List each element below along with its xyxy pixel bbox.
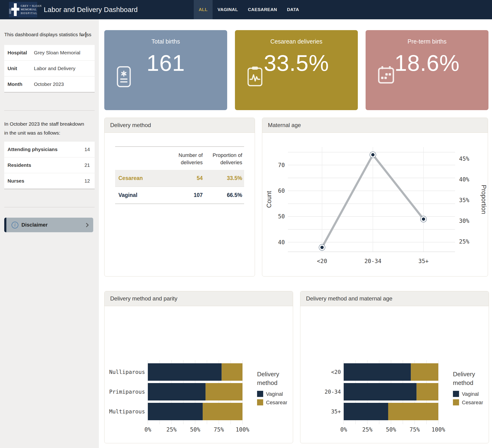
- top-navbar: GREY + SLOAN MEMORIAL HOSPITAL Labor and…: [0, 0, 492, 19]
- hospital-logo-text: GREY + SLOAN MEMORIAL HOSPITAL: [21, 4, 42, 15]
- age-bars-panel: Delivery method and maternal age <2020-3…: [300, 291, 489, 443]
- svg-text:50%: 50%: [386, 426, 396, 433]
- table-row: Residents 21: [4, 157, 95, 173]
- table-row: Cesarean 54 33.5%: [115, 170, 244, 187]
- staff-table: Attending physicians 14 Residents 21 Nur…: [4, 142, 95, 189]
- svg-text:50: 50: [278, 213, 285, 220]
- clipboard-pulse-icon: [247, 66, 263, 87]
- svg-text:20-34: 20-34: [364, 258, 381, 264]
- sidebar-divider: [4, 207, 95, 207]
- delivery-method-panel: Delivery method Number of deliveries Pro…: [104, 118, 255, 277]
- panel-title: Delivery method and parity: [104, 291, 293, 306]
- parity-panel: Delivery method and parity NulliparousPr…: [104, 291, 293, 443]
- panel-title: Maternal age: [262, 118, 488, 133]
- svg-text:60: 60: [278, 188, 285, 194]
- maternal-age-panel: Maternal age 4050607025%30%35%40%45%Coun…: [262, 118, 488, 277]
- delivery-method-table: Number of deliveries Proportion of deliv…: [115, 146, 244, 204]
- svg-text:0%: 0%: [340, 426, 347, 433]
- svg-text:Vaginal: Vaginal: [462, 391, 479, 397]
- page-title: Labor and Delivery Dashboard: [44, 6, 138, 14]
- calendar-icon: [378, 66, 394, 84]
- age-stacked-bar-chart: <2020-3435+0%25%50%75%100%Deliverymethod…: [302, 356, 483, 433]
- tab-vaginal[interactable]: VAGINAL: [213, 0, 243, 19]
- svg-text:Proportion: Proportion: [480, 185, 487, 214]
- kpi-total-births: Total births 161: [104, 30, 227, 110]
- hospital-cross-icon: [11, 3, 19, 16]
- table-row: Vaginal 107 66.5%: [115, 187, 244, 204]
- column-header: Proportion of deliveries: [205, 147, 244, 170]
- parity-stacked-bar-chart: NulliparousPrimiparousMultiparous0%25%50…: [106, 356, 287, 433]
- panel-title: Delivery method: [104, 118, 255, 133]
- svg-text:20-34: 20-34: [325, 389, 341, 395]
- staff-intro-text: In October 2023 the staff breakdown in t…: [4, 119, 84, 137]
- tab-data[interactable]: DATA: [282, 0, 304, 19]
- svg-text:<20: <20: [317, 258, 327, 264]
- svg-text:35+: 35+: [418, 258, 429, 264]
- svg-text:Primiparous: Primiparous: [109, 389, 145, 395]
- svg-text:45%: 45%: [459, 156, 469, 162]
- svg-text:100%: 100%: [236, 426, 249, 433]
- sidebar-divider: [4, 110, 95, 110]
- svg-text:75%: 75%: [410, 426, 420, 433]
- svg-text:25%: 25%: [362, 426, 373, 433]
- svg-text:Count: Count: [266, 191, 273, 208]
- svg-text:Cesarean: Cesarean: [266, 399, 287, 405]
- kpi-cesarean-deliveries: Cesarean deliveries 33.5%: [235, 30, 358, 110]
- tab-all[interactable]: ALL: [194, 0, 213, 19]
- panel-title: Delivery method and maternal age: [300, 291, 489, 306]
- main-content: Total births 161 Cesarean deliveries 33.…: [99, 19, 492, 448]
- svg-text:<20: <20: [331, 369, 341, 375]
- svg-text:70: 70: [278, 162, 285, 169]
- sidebar: ←| This dashboard displays statistics fo…: [0, 19, 99, 448]
- tab-caesarean[interactable]: CAESAREAN: [243, 0, 282, 19]
- disclaimer-button[interactable]: i Disclaimer: [4, 218, 93, 232]
- svg-text:35+: 35+: [331, 408, 341, 415]
- info-table: Hospital Grey Sloan Memorial Unit Labor …: [4, 45, 95, 92]
- info-icon: i: [11, 222, 18, 229]
- svg-text:Nulliparous: Nulliparous: [109, 369, 145, 375]
- svg-text:75%: 75%: [214, 426, 224, 433]
- table-row: Attending physicians 14: [4, 142, 95, 157]
- svg-text:Delivery: Delivery: [257, 371, 279, 378]
- table-row: Unit Labor and Delivery: [4, 60, 95, 76]
- svg-text:25%: 25%: [459, 238, 469, 245]
- kpi-row: Total births 161 Cesarean deliveries 33.…: [104, 30, 492, 110]
- nav-tabs: ALL VAGINAL CAESAREAN DATA: [194, 0, 304, 19]
- svg-text:Vaginal: Vaginal: [266, 391, 283, 397]
- table-row: Nurses 12: [4, 173, 95, 189]
- sidebar-collapse-icon[interactable]: ←|: [80, 31, 87, 37]
- svg-text:40: 40: [278, 239, 285, 246]
- svg-text:40%: 40%: [459, 176, 469, 183]
- table-row: Month October 2023: [4, 76, 95, 92]
- svg-text:25%: 25%: [166, 426, 177, 433]
- birth-certificate-icon: [116, 66, 131, 88]
- svg-text:method: method: [257, 379, 277, 386]
- maternal-age-line-chart: 4050607025%30%35%40%45%CountProportion<2…: [263, 134, 487, 275]
- column-header: Number of deliveries: [165, 147, 205, 170]
- svg-text:Delivery: Delivery: [453, 371, 475, 378]
- svg-text:35%: 35%: [459, 197, 469, 204]
- table-row: Hospital Grey Sloan Memorial: [4, 45, 95, 60]
- svg-text:100%: 100%: [431, 426, 445, 433]
- svg-text:method: method: [453, 379, 473, 386]
- kpi-preterm-births: Pre-term births 18.6%: [366, 30, 489, 110]
- chevron-right-icon: [84, 223, 89, 227]
- hospital-logo: GREY + SLOAN MEMORIAL HOSPITAL: [9, 2, 37, 17]
- svg-text:30%: 30%: [459, 218, 469, 224]
- svg-text:0%: 0%: [144, 426, 151, 433]
- svg-text:Cesarean: Cesarean: [462, 399, 483, 405]
- svg-text:50%: 50%: [190, 426, 200, 433]
- svg-text:Multiparous: Multiparous: [109, 408, 145, 415]
